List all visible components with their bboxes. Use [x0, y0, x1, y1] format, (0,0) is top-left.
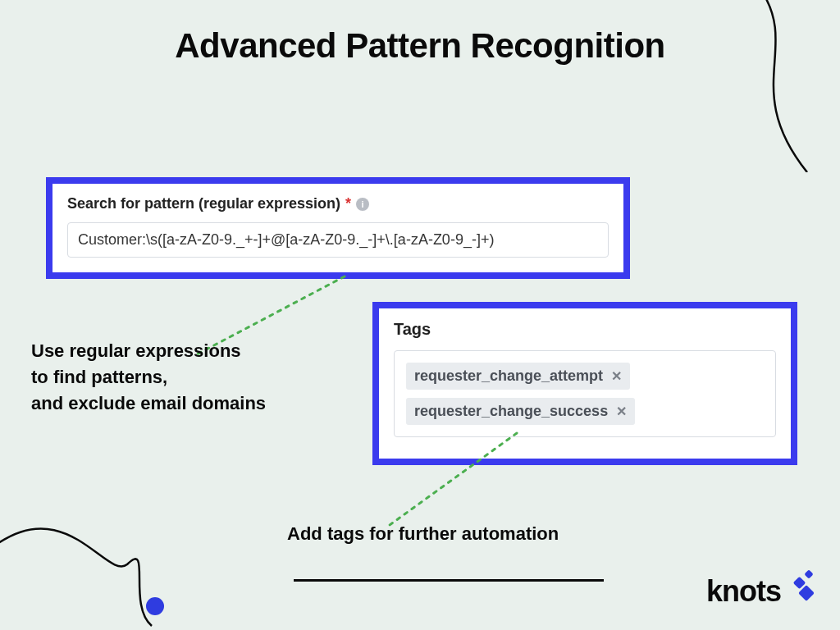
tag-chip[interactable]: requester_change_attempt ✕: [406, 363, 630, 390]
tags-label: Tags: [394, 320, 776, 339]
description-left: Use regular expressions to find patterns…: [31, 338, 266, 417]
tags-panel: Tags requester_change_attempt ✕ requeste…: [372, 302, 797, 465]
tag-text: requester_change_attempt: [414, 368, 603, 385]
description-bottom: Add tags for further automation: [287, 523, 559, 545]
search-pattern-input[interactable]: [67, 222, 609, 258]
page-title: Advanced Pattern Recognition: [0, 26, 840, 66]
tag-chip[interactable]: requester_change_success ✕: [406, 398, 635, 425]
logo-text: knots: [706, 574, 781, 609]
tags-box[interactable]: requester_change_attempt ✕ requester_cha…: [394, 350, 776, 437]
brand-logo: knots: [706, 571, 812, 609]
underline-rule: [294, 579, 604, 582]
search-pattern-panel: Search for pattern (regular expression) …: [46, 177, 630, 279]
required-asterisk: *: [345, 195, 351, 212]
label-text: Search for pattern (regular expression): [67, 195, 340, 212]
close-icon[interactable]: ✕: [611, 368, 622, 384]
decorative-dot: [146, 597, 164, 615]
info-icon[interactable]: i: [356, 198, 369, 211]
tag-text: requester_change_success: [414, 403, 608, 420]
close-icon[interactable]: ✕: [616, 404, 627, 419]
logo-icon: [784, 571, 812, 599]
search-pattern-label: Search for pattern (regular expression) …: [67, 195, 609, 212]
